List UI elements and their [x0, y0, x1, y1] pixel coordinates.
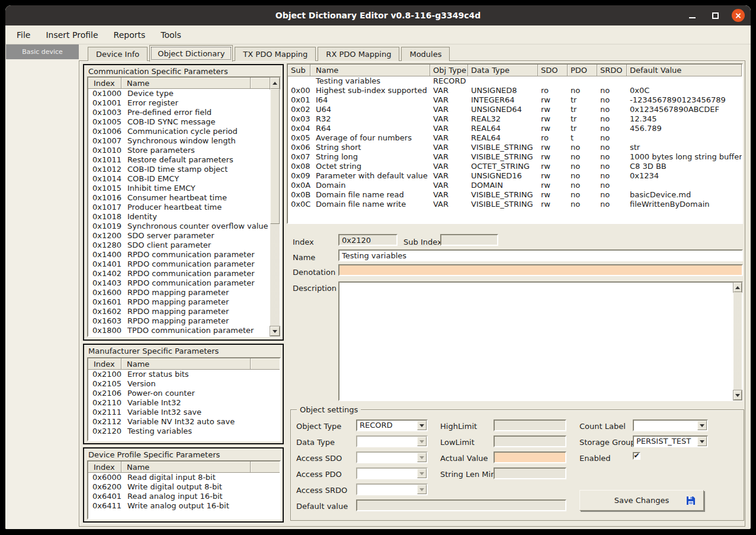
storage-group-combobox[interactable]: PERSIST_TEST: [633, 435, 708, 447]
subindex-row[interactable]: Testing variablesRECORD: [288, 76, 742, 86]
param-row[interactable]: 0x1005COB-ID SYNC message: [88, 117, 270, 127]
param-row[interactable]: 0x2106Power-on counter: [88, 389, 280, 398]
chevron-down-icon[interactable]: [697, 437, 707, 446]
count-label-combobox[interactable]: [633, 419, 708, 431]
param-row[interactable]: 0x1016Consumer heartbeat time: [88, 193, 270, 203]
save-changes-button[interactable]: Save Changes: [579, 490, 704, 511]
tab-modules[interactable]: Modules: [401, 47, 450, 61]
param-row[interactable]: 0x1011Restore default parameters: [88, 155, 270, 165]
subindex-row[interactable]: 0x03R32VARREAL32rwtrno12.345: [288, 114, 742, 124]
enabled-checkbox[interactable]: ✔: [633, 452, 640, 460]
scroll-down-button[interactable]: [733, 390, 742, 400]
param-row[interactable]: 0x1010Store parameters: [88, 146, 270, 155]
subindex-row[interactable]: 0x04R64VARREAL64rwtrno456.789: [288, 124, 742, 133]
chevron-down-icon[interactable]: [697, 421, 707, 430]
description-field[interactable]: [338, 281, 733, 401]
param-row[interactable]: 0x1019Synchronous counter overflow value: [88, 222, 270, 231]
subindex-row[interactable]: 0x08Octet stringVAROCTET_STRINGrwnonoC8 …: [288, 162, 742, 171]
description-scrollbar[interactable]: [733, 281, 743, 401]
param-row[interactable]: 0x6200Write digital output 8-bit: [88, 482, 280, 492]
subindex-row[interactable]: 0x0ADomainVARDOMAINrwnono: [288, 181, 742, 190]
param-row[interactable]: 0x1007Synchronous window length: [88, 136, 270, 146]
chevron-down-icon[interactable]: [417, 421, 427, 430]
scroll-up-button[interactable]: [733, 283, 742, 292]
string-len-min-field[interactable]: [494, 467, 566, 479]
param-row[interactable]: 0x1014COB-ID EMCY: [88, 174, 270, 184]
sidebar-tab-basic-device[interactable]: Basic device: [6, 44, 79, 59]
scrollbar-track[interactable]: [270, 224, 280, 326]
param-row[interactable]: 0x2112Variable NV Int32 auto save: [88, 417, 280, 427]
cell: no: [568, 162, 597, 171]
param-row[interactable]: 0x1800TPDO communication parameter: [88, 326, 270, 335]
index-field[interactable]: [338, 234, 398, 246]
param-row[interactable]: 0x2111Variable Int32 save: [88, 408, 280, 417]
access-srdo-combobox[interactable]: [356, 483, 428, 495]
menu-tools[interactable]: Tools: [161, 30, 181, 40]
param-row[interactable]: 0x2120Testing variables: [88, 427, 280, 436]
param-row[interactable]: 0x2100Error status bits: [88, 370, 280, 379]
scroll-down-button[interactable]: [270, 326, 280, 336]
maximize-button[interactable]: [709, 9, 722, 22]
param-row[interactable]: 0x1001Error register: [88, 98, 270, 108]
tab-rx-pdo-mapping[interactable]: RX PDO Mapping: [318, 47, 399, 61]
data-type-combobox[interactable]: [356, 435, 428, 447]
default-value-field[interactable]: [356, 499, 566, 511]
tab-device-info[interactable]: Device Info: [88, 47, 148, 61]
cell: Error status bits: [121, 370, 280, 379]
scroll-up-button[interactable]: [270, 78, 280, 89]
scrollbar-track[interactable]: [733, 292, 742, 390]
param-row[interactable]: 0x6401Read analog input 16-bit: [88, 492, 280, 501]
param-row[interactable]: 0x1403RPDO communication parameter: [88, 278, 270, 288]
subindex-row[interactable]: 0x05Average of four numbersVARREAL64rotn…: [288, 133, 742, 143]
param-row[interactable]: 0x1603RPDO mapping parameter: [88, 316, 270, 326]
param-row[interactable]: 0x1200SDO server parameter: [88, 231, 270, 241]
object-type-combobox[interactable]: RECORD: [356, 419, 428, 431]
param-row[interactable]: 0x1018Identity: [88, 212, 270, 222]
menu-file[interactable]: File: [17, 30, 30, 40]
name-field[interactable]: [338, 249, 743, 261]
param-row[interactable]: 0x1402RPDO communication parameter: [88, 269, 270, 278]
param-row[interactable]: 0x6411Write analog output 16-bit: [88, 501, 280, 511]
param-row[interactable]: 0x1003Pre-defined error field: [88, 108, 270, 117]
minimize-button[interactable]: [685, 9, 699, 22]
subindex-row[interactable]: 0x0CDomain file name writeVARVISIBLE_STR…: [288, 200, 742, 209]
param-row[interactable]: 0x1400RPDO communication parameter: [88, 250, 270, 260]
param-row[interactable]: 0x1000Device type: [88, 89, 270, 98]
param-row[interactable]: 0x1015Inhibit time EMCY: [88, 184, 270, 193]
subindex-field[interactable]: [440, 234, 498, 246]
subindex-row[interactable]: 0x0BDomain file name readVARVISIBLE_STRI…: [288, 190, 742, 200]
denotation-field[interactable]: [338, 264, 743, 276]
subindex-row[interactable]: 0x01I64VARINTEGER64rwtrno-12345678901234…: [288, 95, 742, 105]
param-row[interactable]: 0x1017Producer heartbeat time: [88, 203, 270, 212]
subindex-row[interactable]: 0x09Parameter with default valueVARUNSIG…: [288, 171, 742, 181]
param-row[interactable]: 0x1401RPDO communication parameter: [88, 260, 270, 269]
tab-tx-pdo-mapping[interactable]: TX PDO Mapping: [235, 47, 316, 61]
param-row[interactable]: 0x2105Version: [88, 379, 280, 389]
cell: no: [568, 171, 597, 181]
low-limit-field[interactable]: [494, 435, 566, 447]
param-row[interactable]: 0x1602RPDO mapping parameter: [88, 307, 270, 316]
param-row[interactable]: 0x1600RPDO mapping parameter: [88, 288, 270, 297]
menu-insert-profile[interactable]: Insert Profile: [46, 30, 98, 40]
param-row[interactable]: 0x1006Communication cycle period: [88, 127, 270, 136]
high-limit-field[interactable]: [494, 419, 566, 431]
param-row[interactable]: 0x1280SDO client parameter: [88, 241, 270, 250]
param-row[interactable]: 0x6000Read digital input 8-bit: [88, 473, 280, 482]
param-row[interactable]: 0x1012COB-ID time stamp object: [88, 165, 270, 174]
scrollbar-thumb[interactable]: [270, 89, 280, 224]
subindex-row[interactable]: 0x00Highest sub-index supportedVARUNSIGN…: [288, 86, 742, 95]
subindex-row[interactable]: 0x02U64VARUNSIGNED64rwtrno0x1234567890AB…: [288, 105, 742, 114]
access-sdo-combobox[interactable]: [356, 451, 428, 463]
actual-value-field[interactable]: [494, 451, 566, 463]
subindex-row[interactable]: 0x07String longVARVISIBLE_STRINGrwnono10…: [288, 152, 742, 162]
param-row[interactable]: 0x2110Variable Int32: [88, 398, 280, 408]
menu-reports[interactable]: Reports: [114, 30, 146, 40]
subindex-row[interactable]: 0x06String shortVARVISIBLE_STRINGrwnonos…: [288, 143, 742, 152]
cell: no: [568, 143, 597, 152]
cell: String short: [310, 143, 430, 152]
close-button[interactable]: ×: [732, 9, 745, 22]
tab-object-dictionary[interactable]: Object Dictionary: [149, 45, 233, 62]
access-pdo-combobox[interactable]: [356, 467, 428, 479]
scrollbar[interactable]: [270, 89, 280, 336]
param-row[interactable]: 0x1601RPDO mapping parameter: [88, 297, 270, 307]
